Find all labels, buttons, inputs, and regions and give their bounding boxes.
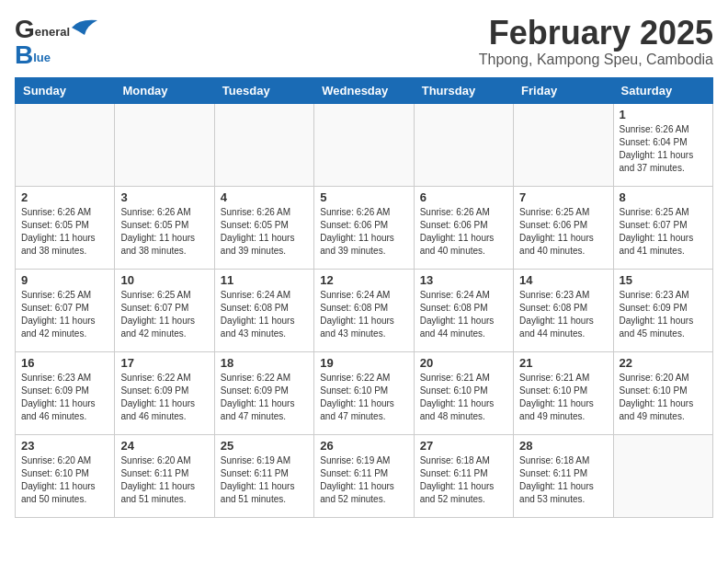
logo-blue-rest: lue [33,52,51,63]
calendar-cell [115,104,214,187]
calendar-cell: 16Sunrise: 6:23 AM Sunset: 6:09 PM Dayli… [16,352,115,435]
calendar-cell: 12Sunrise: 6:24 AM Sunset: 6:08 PM Dayli… [314,270,414,352]
logo-wing-icon [72,18,97,37]
day-number: 28 [519,439,607,453]
calendar-table: SundayMondayTuesdayWednesdayThursdayFrid… [15,77,713,518]
weekday-header-monday: Monday [115,78,214,104]
day-number: 9 [21,273,108,287]
calendar-week-row: 2Sunrise: 6:26 AM Sunset: 6:05 PM Daylig… [16,187,713,270]
calendar-cell: 25Sunrise: 6:19 AM Sunset: 6:11 PM Dayli… [214,435,313,518]
calendar-cell: 23Sunrise: 6:20 AM Sunset: 6:10 PM Dayli… [16,435,115,518]
calendar-week-row: 1Sunrise: 6:26 AM Sunset: 6:04 PM Daylig… [16,104,713,187]
calendar-cell: 17Sunrise: 6:22 AM Sunset: 6:09 PM Dayli… [115,352,214,435]
day-info: Sunrise: 6:26 AM Sunset: 6:06 PM Dayligh… [420,206,507,258]
day-number: 12 [320,273,407,287]
day-number: 1 [620,108,707,121]
day-info: Sunrise: 6:21 AM Sunset: 6:10 PM Dayligh… [420,372,507,423]
calendar-cell: 7Sunrise: 6:25 AM Sunset: 6:06 PM Daylig… [514,187,613,270]
weekday-header-tuesday: Tuesday [214,78,313,104]
calendar-week-row: 23Sunrise: 6:20 AM Sunset: 6:10 PM Dayli… [16,435,713,518]
day-number: 13 [420,273,507,287]
calendar-cell: 26Sunrise: 6:19 AM Sunset: 6:11 PM Dayli… [314,435,414,518]
calendar-cell: 21Sunrise: 6:21 AM Sunset: 6:10 PM Dayli… [514,352,613,435]
calendar-week-row: 9Sunrise: 6:25 AM Sunset: 6:07 PM Daylig… [16,270,713,352]
day-number: 3 [120,190,208,204]
day-number: 16 [21,356,108,370]
calendar-cell [613,435,712,518]
weekday-header-wednesday: Wednesday [314,78,414,104]
day-number: 15 [620,273,707,287]
calendar-cell: 1Sunrise: 6:26 AM Sunset: 6:04 PM Daylig… [613,104,712,187]
day-info: Sunrise: 6:24 AM Sunset: 6:08 PM Dayligh… [221,289,308,340]
day-number: 20 [420,356,507,370]
day-info: Sunrise: 6:25 AM Sunset: 6:06 PM Dayligh… [519,206,607,258]
month-title: February 2025 [479,15,713,52]
calendar-cell: 27Sunrise: 6:18 AM Sunset: 6:11 PM Dayli… [414,435,513,518]
title-area: February 2025 Thpong, Kampong Speu, Camb… [479,15,713,68]
calendar-cell [16,104,115,187]
day-number: 27 [420,439,507,453]
day-info: Sunrise: 6:25 AM Sunset: 6:07 PM Dayligh… [21,289,108,340]
day-number: 24 [120,439,208,453]
day-info: Sunrise: 6:26 AM Sunset: 6:04 PM Dayligh… [620,123,707,175]
weekday-header-sunday: Sunday [16,78,115,104]
day-number: 14 [519,273,607,287]
day-info: Sunrise: 6:18 AM Sunset: 6:11 PM Dayligh… [420,454,507,506]
day-info: Sunrise: 6:25 AM Sunset: 6:07 PM Dayligh… [620,206,707,258]
day-info: Sunrise: 6:23 AM Sunset: 6:08 PM Dayligh… [519,289,607,340]
day-info: Sunrise: 6:20 AM Sunset: 6:10 PM Dayligh… [21,454,108,506]
day-number: 2 [21,190,108,204]
day-info: Sunrise: 6:21 AM Sunset: 6:10 PM Dayligh… [519,372,607,423]
day-info: Sunrise: 6:23 AM Sunset: 6:09 PM Dayligh… [620,289,707,340]
calendar-cell: 13Sunrise: 6:24 AM Sunset: 6:08 PM Dayli… [414,270,513,352]
day-info: Sunrise: 6:20 AM Sunset: 6:11 PM Dayligh… [120,454,208,506]
day-info: Sunrise: 6:24 AM Sunset: 6:08 PM Dayligh… [320,289,407,340]
day-number: 22 [620,356,707,370]
calendar-week-row: 16Sunrise: 6:23 AM Sunset: 6:09 PM Dayli… [16,352,713,435]
calendar-cell: 5Sunrise: 6:26 AM Sunset: 6:06 PM Daylig… [314,187,414,270]
day-info: Sunrise: 6:24 AM Sunset: 6:08 PM Dayligh… [420,289,507,340]
day-info: Sunrise: 6:18 AM Sunset: 6:11 PM Dayligh… [519,454,607,506]
calendar-cell [414,104,513,187]
logo-blue-b: B [15,40,33,70]
calendar-cell: 2Sunrise: 6:26 AM Sunset: 6:05 PM Daylig… [16,187,115,270]
day-info: Sunrise: 6:22 AM Sunset: 6:10 PM Dayligh… [320,372,407,423]
day-number: 6 [420,190,507,204]
day-number: 5 [320,190,407,204]
day-number: 26 [320,439,407,453]
day-info: Sunrise: 6:26 AM Sunset: 6:05 PM Dayligh… [21,206,108,258]
day-info: Sunrise: 6:22 AM Sunset: 6:09 PM Dayligh… [221,372,308,423]
day-info: Sunrise: 6:25 AM Sunset: 6:07 PM Dayligh… [120,289,208,340]
day-number: 4 [221,190,308,204]
calendar-cell: 11Sunrise: 6:24 AM Sunset: 6:08 PM Dayli… [214,270,313,352]
calendar-cell: 3Sunrise: 6:26 AM Sunset: 6:05 PM Daylig… [115,187,214,270]
day-number: 10 [120,273,208,287]
day-info: Sunrise: 6:26 AM Sunset: 6:05 PM Dayligh… [120,206,208,258]
calendar-cell: 20Sunrise: 6:21 AM Sunset: 6:10 PM Dayli… [414,352,513,435]
logo: G eneral B lue [15,15,97,70]
day-number: 8 [620,190,707,204]
calendar-cell: 4Sunrise: 6:26 AM Sunset: 6:05 PM Daylig… [214,187,313,270]
weekday-header-thursday: Thursday [414,78,513,104]
calendar-cell [514,104,613,187]
calendar-cell: 19Sunrise: 6:22 AM Sunset: 6:10 PM Dayli… [314,352,414,435]
day-number: 21 [519,356,607,370]
day-number: 17 [120,356,208,370]
day-info: Sunrise: 6:19 AM Sunset: 6:11 PM Dayligh… [221,454,308,506]
calendar-cell: 28Sunrise: 6:18 AM Sunset: 6:11 PM Dayli… [514,435,613,518]
calendar-cell: 9Sunrise: 6:25 AM Sunset: 6:07 PM Daylig… [16,270,115,352]
day-info: Sunrise: 6:23 AM Sunset: 6:09 PM Dayligh… [21,372,108,423]
calendar-header-row: SundayMondayTuesdayWednesdayThursdayFrid… [16,78,713,104]
calendar-cell [214,104,313,187]
day-info: Sunrise: 6:26 AM Sunset: 6:06 PM Dayligh… [320,206,407,258]
calendar-cell [314,104,414,187]
calendar-cell: 8Sunrise: 6:25 AM Sunset: 6:07 PM Daylig… [613,187,712,270]
day-number: 19 [320,356,407,370]
day-number: 7 [519,190,607,204]
weekday-header-saturday: Saturday [613,78,712,104]
weekday-header-friday: Friday [514,78,613,104]
day-info: Sunrise: 6:19 AM Sunset: 6:11 PM Dayligh… [320,454,407,506]
calendar-cell: 15Sunrise: 6:23 AM Sunset: 6:09 PM Dayli… [613,270,712,352]
calendar-cell: 6Sunrise: 6:26 AM Sunset: 6:06 PM Daylig… [414,187,513,270]
calendar-cell: 18Sunrise: 6:22 AM Sunset: 6:09 PM Dayli… [214,352,313,435]
